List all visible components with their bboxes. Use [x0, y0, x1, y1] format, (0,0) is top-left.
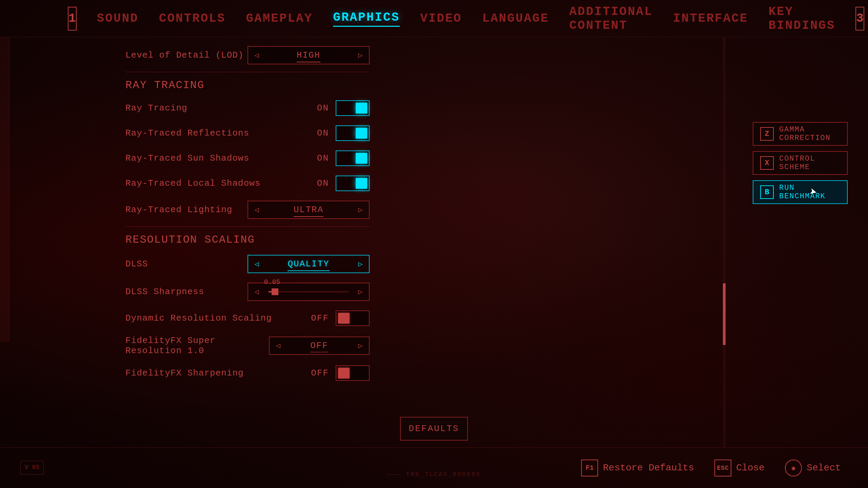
dlss-arrow-left[interactable]: ◁: [248, 256, 265, 272]
close-action[interactable]: ESC Close: [714, 460, 765, 476]
run-benchmark-button[interactable]: B RUN BENCHMARK: [753, 180, 848, 204]
dynamic-resolution-label: Dynamic Resolution Scaling: [125, 313, 272, 323]
restore-defaults-label: Restore Defaults: [603, 463, 694, 473]
fidelityfx-sharpening-label: FidelityFX Sharpening: [125, 368, 244, 378]
ray-traced-reflections-control: ON: [302, 125, 370, 141]
nav-item-graphics[interactable]: GRAPHICS: [333, 11, 400, 27]
select-action[interactable]: ◉ Select: [785, 460, 841, 476]
ray-traced-lighting-row: Ray-Traced Lighting ◁ Ultra ▷: [125, 199, 370, 221]
ray-traced-reflections-row: Ray-Traced Reflections ON: [125, 123, 370, 143]
scrollbar-thumb: [723, 283, 726, 345]
ray-traced-local-shadows-label: Ray-Traced Local Shadows: [125, 178, 260, 188]
nav-item-controls[interactable]: CONTROLS: [159, 12, 226, 25]
control-scheme-label: CONTROL SCHEME: [779, 155, 840, 171]
gamma-key: Z: [760, 127, 774, 141]
dlss-sharpness-row: DLSS Sharpness ◁ 0.05 ▷: [125, 281, 370, 303]
dlss-sharpness-thumb: 0.05: [272, 288, 278, 295]
dynamic-resolution-row: Dynamic Resolution Scaling OFF: [125, 308, 370, 328]
select-icon: ◉: [785, 460, 802, 476]
dlss-sharpness-arrow-right[interactable]: ▷: [352, 283, 369, 300]
close-label: Close: [736, 463, 765, 473]
nav-item-interface[interactable]: INTERFACE: [673, 12, 748, 25]
dlss-selector[interactable]: ◁ Quality ▷: [248, 255, 370, 273]
ray-traced-local-shadows-toggle[interactable]: [336, 176, 370, 191]
lod-arrow-right[interactable]: ▷: [352, 47, 369, 64]
lod-selector[interactable]: ◁ High ▷: [248, 46, 370, 64]
run-benchmark-key: B: [760, 185, 774, 199]
nav-item-sound[interactable]: SOUND: [97, 12, 139, 25]
gamma-correction-button[interactable]: Z GAMMA CORRECTION: [753, 122, 848, 146]
ray-traced-sun-shadows-control: ON: [302, 150, 370, 166]
ray-tracing-section: Ray Tracing Ray Tracing ON Ray-Traced Re…: [125, 72, 370, 221]
ray-traced-reflections-value: ON: [302, 128, 329, 138]
version-info: V 85: [20, 447, 44, 488]
settings-inner: Level of Detail (LOD) ◁ High ▷ Ray Traci…: [112, 37, 370, 395]
ray-traced-lighting-label: Ray-Traced Lighting: [125, 205, 232, 215]
right-panel: Z GAMMA CORRECTION X CONTROL SCHEME B RU…: [753, 122, 848, 204]
control-scheme-key: X: [760, 156, 774, 170]
dlss-row: DLSS ◁ Quality ▷: [125, 253, 370, 275]
esc-key: ESC: [714, 460, 731, 476]
ray-traced-sun-shadows-value: ON: [302, 153, 329, 163]
fidelityfx-sr-arrow-right[interactable]: ▷: [352, 337, 369, 354]
defaults-button[interactable]: DEFAULTS: [400, 417, 468, 441]
ray-tracing-control: ON: [302, 100, 370, 116]
ray-traced-sun-shadows-row: Ray-Traced Sun Shadows ON: [125, 148, 370, 168]
dlss-sharpness-slider[interactable]: ◁ 0.05 ▷: [248, 283, 370, 301]
ray-traced-local-shadows-control: ON: [302, 176, 370, 191]
left-panel: [0, 37, 9, 342]
select-label: Select: [807, 463, 841, 473]
dlss-sharpness-value: 0.05: [264, 278, 280, 286]
resolution-scaling-section: Resolution Scaling DLSS ◁ Quality ▷ DLSS…: [125, 226, 370, 383]
lod-row: Level of Detail (LOD) ◁ High ▷: [125, 44, 370, 66]
fidelityfx-sr-label: FidelityFX Super Resolution 1.0: [125, 336, 269, 356]
lod-value: High: [265, 50, 352, 60]
fidelityfx-sharpening-row: FidelityFX Sharpening OFF: [125, 363, 370, 383]
settings-panel: Level of Detail (LOD) ◁ High ▷ Ray Traci…: [112, 37, 726, 447]
ray-tracing-row: Ray Tracing ON: [125, 98, 370, 118]
ray-tracing-label: Ray Tracing: [125, 103, 188, 113]
restore-defaults-action[interactable]: F1 Restore Defaults: [581, 460, 694, 476]
ray-traced-local-shadows-row: Ray-Traced Local Shadows ON: [125, 174, 370, 193]
nav-item-video[interactable]: VIDEO: [420, 12, 462, 25]
dlss-sharpness-track: 0.05: [269, 291, 349, 292]
nav-item-language[interactable]: LANGUAGE: [482, 12, 549, 25]
ray-traced-lighting-selector[interactable]: ◁ Ultra ▷: [248, 201, 370, 219]
lod-arrow-left[interactable]: ◁: [248, 47, 265, 64]
ray-tracing-toggle[interactable]: [336, 100, 370, 116]
nav-number-left: 1: [68, 7, 77, 30]
dynamic-resolution-control: OFF: [302, 310, 370, 326]
ray-traced-sun-shadows-toggle[interactable]: [336, 150, 370, 166]
dlss-sharpness-arrow-left[interactable]: ◁: [248, 283, 265, 300]
resolution-scaling-title: Resolution Scaling: [125, 233, 370, 246]
bottom-bar: F1 Restore Defaults ESC Close ◉ Select: [0, 447, 868, 488]
gamma-label: GAMMA CORRECTION: [779, 125, 840, 142]
ray-traced-lighting-arrow-left[interactable]: ◁: [248, 201, 265, 218]
settings-scrollbar[interactable]: [723, 37, 726, 447]
dynamic-resolution-toggle[interactable]: [336, 310, 370, 326]
fidelityfx-sr-value: Off: [287, 341, 352, 351]
nav-item-additional-content[interactable]: ADDITIONAL CONTENT: [569, 5, 653, 33]
fidelityfx-sr-selector[interactable]: ◁ Off ▷: [269, 337, 370, 355]
nav-item-gameplay[interactable]: GAMEPLAY: [246, 12, 313, 25]
fidelityfx-sr-arrow-left[interactable]: ◁: [270, 337, 287, 354]
ray-traced-lighting-value: Ultra: [265, 205, 352, 215]
dynamic-resolution-value: OFF: [302, 313, 329, 323]
dlss-value: Quality: [265, 259, 352, 269]
fidelityfx-sharpening-value: OFF: [302, 368, 329, 378]
dlss-arrow-right[interactable]: ▷: [352, 256, 369, 272]
nav-item-key-bindings[interactable]: KEY BINDINGS: [768, 5, 835, 33]
ray-traced-reflections-toggle[interactable]: [336, 125, 370, 141]
ray-traced-reflections-label: Ray-Traced Reflections: [125, 128, 249, 138]
control-scheme-button[interactable]: X CONTROL SCHEME: [753, 151, 848, 175]
fidelityfx-sr-row: FidelityFX Super Resolution 1.0 ◁ Off ▷: [125, 333, 370, 358]
dlss-label: DLSS: [125, 259, 148, 269]
ray-traced-lighting-arrow-right[interactable]: ▷: [352, 201, 369, 218]
bottom-center-text: ——— TRN_TLCAS_R00095: [387, 471, 481, 478]
fidelityfx-sharpening-control: OFF: [302, 365, 370, 381]
fidelityfx-sharpening-toggle[interactable]: [336, 365, 370, 381]
ray-traced-local-shadows-value: ON: [302, 178, 329, 188]
nav-bar: 1 SOUND CONTROLS GAMEPLAY GRAPHICS VIDEO…: [0, 0, 868, 37]
dlss-sharpness-label: DLSS Sharpness: [125, 287, 204, 297]
nav-number-right: 3: [855, 7, 864, 30]
